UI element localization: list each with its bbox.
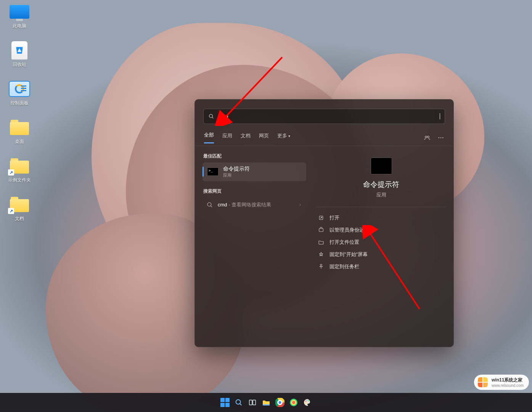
taskbar-task-view[interactable]: [247, 397, 258, 408]
tab-web[interactable]: 网页: [259, 132, 269, 143]
shield-icon: [318, 227, 324, 233]
action-open-file-location[interactable]: 打开文件位置: [316, 236, 447, 248]
svg-point-13: [236, 400, 240, 404]
folder-icon: [318, 239, 324, 245]
search-icon: [235, 398, 243, 407]
result-subtitle: 应用: [223, 172, 250, 178]
desktop-icon-folder[interactable]: 桌面: [5, 119, 34, 145]
svg-point-7: [207, 203, 211, 206]
svg-rect-17: [263, 404, 270, 406]
web-search-result[interactable]: cmd - 查看网络搜索结果: [203, 198, 306, 212]
action-label: 打开文件位置: [329, 239, 359, 246]
recycle-bin-icon: [11, 41, 27, 60]
svg-line-8: [211, 206, 212, 207]
task-view-icon: [248, 398, 257, 407]
svg-point-4: [439, 137, 439, 138]
watermark-url: www.relsound.com: [492, 383, 524, 388]
desktop-icons-area: 此电脑 回收站 控制面板 桌面 示例文件夹 文档: [5, 3, 39, 234]
result-item-command-prompt[interactable]: 命令提示符 应用: [203, 163, 306, 181]
account-switch-icon[interactable]: [424, 134, 431, 141]
web-section-label: 搜索网页: [203, 188, 306, 195]
start-button[interactable]: [220, 397, 230, 408]
svg-rect-16: [252, 400, 255, 405]
desktop-icon-control-panel[interactable]: 控制面板: [5, 80, 34, 106]
search-query-text: cmd: [218, 113, 440, 119]
watermark-badge: win11系统之家 www.relsound.com: [474, 375, 529, 390]
search-tabs: 全部 应用 文档 网页 更多: [195, 128, 453, 146]
svg-point-27: [305, 401, 306, 402]
action-pin-to-start[interactable]: 固定到"开始"屏幕: [316, 248, 447, 261]
chrome-icon: [275, 398, 284, 407]
action-run-as-admin[interactable]: 以管理员身份运行: [316, 224, 447, 236]
taskbar-browser[interactable]: [288, 397, 299, 408]
chevron-right-icon: [298, 203, 302, 207]
folder-icon: [10, 197, 29, 212]
tab-more[interactable]: 更多: [277, 132, 290, 143]
detail-subtitle: 应用: [316, 192, 447, 198]
pin-icon: [318, 264, 324, 270]
windows-logo-icon: [220, 398, 230, 407]
web-hint: - 查看网络搜索结果: [227, 202, 272, 208]
desktop-icon-label: 桌面: [5, 138, 34, 145]
svg-point-5: [440, 137, 441, 138]
taskbar-paint[interactable]: [302, 397, 313, 408]
folder-icon: [10, 158, 29, 174]
monitor-icon: [10, 5, 29, 19]
action-pin-to-taskbar[interactable]: 固定到任务栏: [316, 261, 447, 273]
svg-rect-15: [249, 400, 252, 405]
svg-point-3: [428, 136, 429, 138]
taskbar: [0, 393, 532, 412]
folder-icon: [10, 120, 29, 135]
desktop-icon-label: 此电脑: [5, 23, 34, 29]
svg-line-14: [239, 404, 241, 405]
tab-all[interactable]: 全部: [204, 132, 214, 143]
search-icon: [208, 113, 214, 119]
tab-docs[interactable]: 文档: [241, 132, 251, 143]
action-label: 以管理员身份运行: [329, 227, 369, 233]
taskbar-file-explorer[interactable]: [261, 397, 272, 408]
desktop-icon-this-pc[interactable]: 此电脑: [5, 3, 34, 29]
browser-icon: [289, 398, 298, 407]
svg-point-0: [209, 114, 213, 118]
desktop-icon-label: 示例文件夹: [5, 177, 34, 183]
tab-apps[interactable]: 应用: [222, 132, 232, 143]
control-panel-icon: [9, 81, 30, 97]
desktop-icon-label: 文档: [5, 216, 34, 222]
result-detail-pane: 命令提示符 应用 打开 以管理员身份运行 打开文件位置 固定到"开始"屏幕: [309, 146, 453, 344]
svg-point-29: [308, 401, 309, 402]
palette-icon: [303, 398, 312, 407]
svg-point-6: [442, 137, 443, 138]
search-input[interactable]: cmd: [203, 109, 445, 124]
desktop-icon-label: 控制面板: [5, 100, 34, 106]
taskbar-search-button[interactable]: [233, 397, 244, 408]
action-open[interactable]: 打开: [316, 212, 447, 224]
folder-icon: [262, 398, 271, 407]
result-title: 命令提示符: [223, 166, 250, 172]
svg-point-30: [305, 403, 306, 404]
start-search-panel: cmd 全部 应用 文档 网页 更多 最佳匹配 命令提示符 应用 搜索网页 c: [194, 99, 454, 347]
desktop-icon-label: 回收站: [5, 61, 34, 68]
divider: [316, 207, 447, 207]
svg-rect-10: [319, 229, 323, 232]
action-label: 打开: [329, 214, 339, 221]
open-icon: [318, 215, 324, 221]
svg-point-28: [306, 400, 307, 401]
best-match-label: 最佳匹配: [203, 153, 306, 159]
more-options-icon[interactable]: [437, 134, 444, 141]
action-label: 固定到"开始"屏幕: [329, 251, 368, 258]
detail-title: 命令提示符: [316, 180, 447, 190]
desktop-icon-folder[interactable]: 示例文件夹: [5, 157, 34, 183]
svg-point-26: [292, 401, 295, 404]
svg-line-1: [212, 117, 213, 118]
search-icon: [206, 201, 213, 208]
watermark-logo-icon: [478, 377, 488, 387]
desktop-icon-folder[interactable]: 文档: [5, 196, 34, 222]
taskbar-chrome[interactable]: [275, 397, 285, 408]
action-label: 固定到任务栏: [329, 263, 359, 270]
web-query: cmd: [218, 202, 227, 208]
watermark-title: win11系统之家: [492, 377, 524, 383]
svg-point-2: [425, 136, 427, 138]
desktop-icon-recycle-bin[interactable]: 回收站: [5, 42, 34, 68]
pin-icon: [318, 251, 324, 258]
command-prompt-icon: [207, 167, 219, 176]
